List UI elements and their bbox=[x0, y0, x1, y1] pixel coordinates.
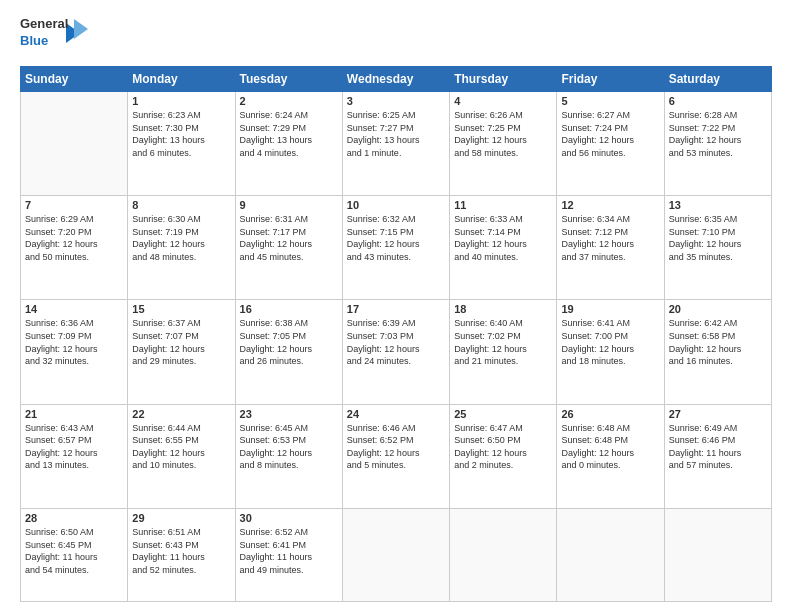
day-number: 23 bbox=[240, 408, 338, 420]
calendar-cell: 16Sunrise: 6:38 AM Sunset: 7:05 PM Dayli… bbox=[235, 300, 342, 404]
day-number: 28 bbox=[25, 512, 123, 524]
calendar-cell: 4Sunrise: 6:26 AM Sunset: 7:25 PM Daylig… bbox=[450, 92, 557, 196]
weekday-header-sunday: Sunday bbox=[21, 67, 128, 92]
day-number: 22 bbox=[132, 408, 230, 420]
day-number: 19 bbox=[561, 303, 659, 315]
day-number: 9 bbox=[240, 199, 338, 211]
calendar-cell bbox=[664, 508, 771, 601]
calendar-cell: 19Sunrise: 6:41 AM Sunset: 7:00 PM Dayli… bbox=[557, 300, 664, 404]
day-info: Sunrise: 6:30 AM Sunset: 7:19 PM Dayligh… bbox=[132, 213, 230, 263]
day-info: Sunrise: 6:32 AM Sunset: 7:15 PM Dayligh… bbox=[347, 213, 445, 263]
day-info: Sunrise: 6:43 AM Sunset: 6:57 PM Dayligh… bbox=[25, 422, 123, 472]
calendar-cell bbox=[450, 508, 557, 601]
calendar-cell: 7Sunrise: 6:29 AM Sunset: 7:20 PM Daylig… bbox=[21, 196, 128, 300]
calendar-cell: 20Sunrise: 6:42 AM Sunset: 6:58 PM Dayli… bbox=[664, 300, 771, 404]
day-info: Sunrise: 6:39 AM Sunset: 7:03 PM Dayligh… bbox=[347, 317, 445, 367]
day-info: Sunrise: 6:34 AM Sunset: 7:12 PM Dayligh… bbox=[561, 213, 659, 263]
calendar-cell: 8Sunrise: 6:30 AM Sunset: 7:19 PM Daylig… bbox=[128, 196, 235, 300]
day-info: Sunrise: 6:36 AM Sunset: 7:09 PM Dayligh… bbox=[25, 317, 123, 367]
day-number: 3 bbox=[347, 95, 445, 107]
calendar-cell: 5Sunrise: 6:27 AM Sunset: 7:24 PM Daylig… bbox=[557, 92, 664, 196]
calendar-cell: 27Sunrise: 6:49 AM Sunset: 6:46 PM Dayli… bbox=[664, 404, 771, 508]
day-info: Sunrise: 6:41 AM Sunset: 7:00 PM Dayligh… bbox=[561, 317, 659, 367]
day-number: 11 bbox=[454, 199, 552, 211]
day-number: 30 bbox=[240, 512, 338, 524]
calendar-table: SundayMondayTuesdayWednesdayThursdayFrid… bbox=[20, 66, 772, 602]
day-info: Sunrise: 6:27 AM Sunset: 7:24 PM Dayligh… bbox=[561, 109, 659, 159]
day-number: 26 bbox=[561, 408, 659, 420]
day-number: 27 bbox=[669, 408, 767, 420]
calendar-cell bbox=[342, 508, 449, 601]
day-number: 25 bbox=[454, 408, 552, 420]
day-number: 29 bbox=[132, 512, 230, 524]
day-number: 14 bbox=[25, 303, 123, 315]
day-number: 16 bbox=[240, 303, 338, 315]
page: General Blue SundayMondayTuesdayWednesda… bbox=[0, 0, 792, 612]
calendar-week-row: 28Sunrise: 6:50 AM Sunset: 6:45 PM Dayli… bbox=[21, 508, 772, 601]
calendar-cell: 3Sunrise: 6:25 AM Sunset: 7:27 PM Daylig… bbox=[342, 92, 449, 196]
calendar-cell: 14Sunrise: 6:36 AM Sunset: 7:09 PM Dayli… bbox=[21, 300, 128, 404]
calendar-cell: 9Sunrise: 6:31 AM Sunset: 7:17 PM Daylig… bbox=[235, 196, 342, 300]
day-number: 21 bbox=[25, 408, 123, 420]
calendar-cell: 22Sunrise: 6:44 AM Sunset: 6:55 PM Dayli… bbox=[128, 404, 235, 508]
day-info: Sunrise: 6:24 AM Sunset: 7:29 PM Dayligh… bbox=[240, 109, 338, 159]
calendar-cell: 30Sunrise: 6:52 AM Sunset: 6:41 PM Dayli… bbox=[235, 508, 342, 601]
calendar-week-row: 21Sunrise: 6:43 AM Sunset: 6:57 PM Dayli… bbox=[21, 404, 772, 508]
calendar-cell bbox=[557, 508, 664, 601]
day-number: 8 bbox=[132, 199, 230, 211]
svg-marker-1 bbox=[74, 19, 88, 39]
logo: General Blue bbox=[20, 16, 88, 58]
day-info: Sunrise: 6:37 AM Sunset: 7:07 PM Dayligh… bbox=[132, 317, 230, 367]
day-info: Sunrise: 6:46 AM Sunset: 6:52 PM Dayligh… bbox=[347, 422, 445, 472]
day-info: Sunrise: 6:35 AM Sunset: 7:10 PM Dayligh… bbox=[669, 213, 767, 263]
calendar-cell: 2Sunrise: 6:24 AM Sunset: 7:29 PM Daylig… bbox=[235, 92, 342, 196]
calendar-cell: 13Sunrise: 6:35 AM Sunset: 7:10 PM Dayli… bbox=[664, 196, 771, 300]
calendar-cell: 12Sunrise: 6:34 AM Sunset: 7:12 PM Dayli… bbox=[557, 196, 664, 300]
day-number: 5 bbox=[561, 95, 659, 107]
header: General Blue bbox=[20, 16, 772, 58]
calendar-cell: 24Sunrise: 6:46 AM Sunset: 6:52 PM Dayli… bbox=[342, 404, 449, 508]
day-number: 13 bbox=[669, 199, 767, 211]
day-info: Sunrise: 6:50 AM Sunset: 6:45 PM Dayligh… bbox=[25, 526, 123, 576]
day-number: 17 bbox=[347, 303, 445, 315]
day-info: Sunrise: 6:40 AM Sunset: 7:02 PM Dayligh… bbox=[454, 317, 552, 367]
weekday-header-row: SundayMondayTuesdayWednesdayThursdayFrid… bbox=[21, 67, 772, 92]
day-info: Sunrise: 6:29 AM Sunset: 7:20 PM Dayligh… bbox=[25, 213, 123, 263]
calendar-cell: 25Sunrise: 6:47 AM Sunset: 6:50 PM Dayli… bbox=[450, 404, 557, 508]
day-info: Sunrise: 6:48 AM Sunset: 6:48 PM Dayligh… bbox=[561, 422, 659, 472]
calendar-cell: 11Sunrise: 6:33 AM Sunset: 7:14 PM Dayli… bbox=[450, 196, 557, 300]
weekday-header-monday: Monday bbox=[128, 67, 235, 92]
calendar-week-row: 1Sunrise: 6:23 AM Sunset: 7:30 PM Daylig… bbox=[21, 92, 772, 196]
day-number: 10 bbox=[347, 199, 445, 211]
weekday-header-tuesday: Tuesday bbox=[235, 67, 342, 92]
day-info: Sunrise: 6:25 AM Sunset: 7:27 PM Dayligh… bbox=[347, 109, 445, 159]
calendar-week-row: 14Sunrise: 6:36 AM Sunset: 7:09 PM Dayli… bbox=[21, 300, 772, 404]
calendar-cell bbox=[21, 92, 128, 196]
day-info: Sunrise: 6:42 AM Sunset: 6:58 PM Dayligh… bbox=[669, 317, 767, 367]
calendar-cell: 17Sunrise: 6:39 AM Sunset: 7:03 PM Dayli… bbox=[342, 300, 449, 404]
day-info: Sunrise: 6:23 AM Sunset: 7:30 PM Dayligh… bbox=[132, 109, 230, 159]
weekday-header-friday: Friday bbox=[557, 67, 664, 92]
day-number: 24 bbox=[347, 408, 445, 420]
day-info: Sunrise: 6:33 AM Sunset: 7:14 PM Dayligh… bbox=[454, 213, 552, 263]
day-info: Sunrise: 6:52 AM Sunset: 6:41 PM Dayligh… bbox=[240, 526, 338, 576]
day-info: Sunrise: 6:44 AM Sunset: 6:55 PM Dayligh… bbox=[132, 422, 230, 472]
calendar-cell: 29Sunrise: 6:51 AM Sunset: 6:43 PM Dayli… bbox=[128, 508, 235, 601]
calendar-cell: 23Sunrise: 6:45 AM Sunset: 6:53 PM Dayli… bbox=[235, 404, 342, 508]
day-info: Sunrise: 6:31 AM Sunset: 7:17 PM Dayligh… bbox=[240, 213, 338, 263]
weekday-header-wednesday: Wednesday bbox=[342, 67, 449, 92]
day-info: Sunrise: 6:49 AM Sunset: 6:46 PM Dayligh… bbox=[669, 422, 767, 472]
weekday-header-thursday: Thursday bbox=[450, 67, 557, 92]
day-number: 4 bbox=[454, 95, 552, 107]
day-info: Sunrise: 6:38 AM Sunset: 7:05 PM Dayligh… bbox=[240, 317, 338, 367]
day-number: 7 bbox=[25, 199, 123, 211]
calendar-week-row: 7Sunrise: 6:29 AM Sunset: 7:20 PM Daylig… bbox=[21, 196, 772, 300]
day-number: 1 bbox=[132, 95, 230, 107]
day-info: Sunrise: 6:45 AM Sunset: 6:53 PM Dayligh… bbox=[240, 422, 338, 472]
calendar-cell: 26Sunrise: 6:48 AM Sunset: 6:48 PM Dayli… bbox=[557, 404, 664, 508]
day-info: Sunrise: 6:51 AM Sunset: 6:43 PM Dayligh… bbox=[132, 526, 230, 576]
day-number: 15 bbox=[132, 303, 230, 315]
day-info: Sunrise: 6:28 AM Sunset: 7:22 PM Dayligh… bbox=[669, 109, 767, 159]
calendar-cell: 21Sunrise: 6:43 AM Sunset: 6:57 PM Dayli… bbox=[21, 404, 128, 508]
day-number: 6 bbox=[669, 95, 767, 107]
